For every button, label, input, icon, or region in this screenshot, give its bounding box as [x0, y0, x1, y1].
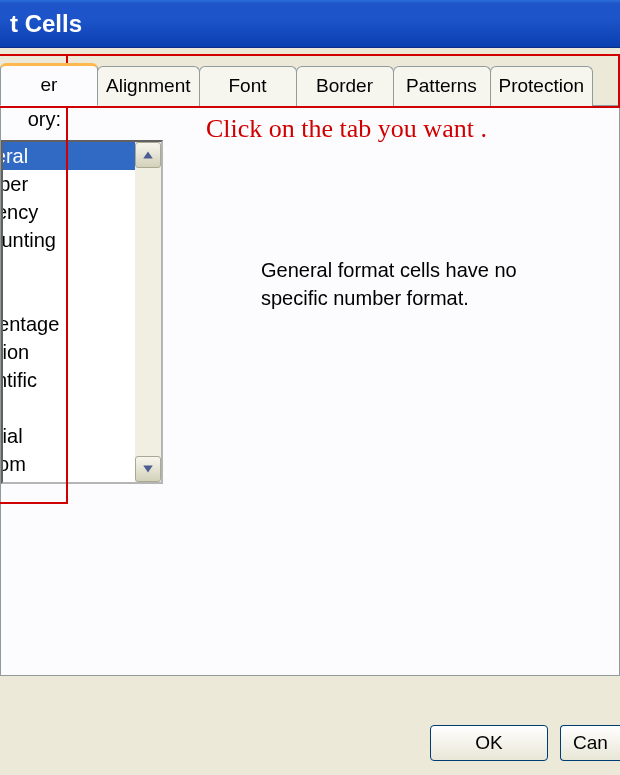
tab-font[interactable]: Font	[199, 66, 297, 106]
tab-strip: er Alignment Font Border Patterns Protec…	[0, 64, 620, 106]
dialog-footer: OK Can	[0, 711, 620, 775]
format-description: General format cells have no specific nu…	[261, 256, 581, 312]
scroll-up-icon[interactable]	[135, 142, 161, 168]
tab-border[interactable]: Border	[296, 66, 394, 106]
scroll-down-icon[interactable]	[135, 456, 161, 482]
tab-patterns[interactable]: Patterns	[393, 66, 491, 106]
category-listbox[interactable]: General Number Currency Accounting Date …	[1, 140, 163, 484]
tab-alignment[interactable]: Alignment	[97, 66, 200, 106]
tab-protection[interactable]: Protection	[490, 66, 594, 106]
cancel-button[interactable]: Can	[560, 725, 620, 761]
listbox-scrollbar[interactable]	[135, 142, 161, 482]
window-title: t Cells	[10, 10, 82, 37]
ok-button[interactable]: OK	[430, 725, 548, 761]
titlebar: t Cells	[0, 0, 620, 48]
tab-number[interactable]: er	[0, 63, 98, 106]
annotation-text: Click on the tab you want .	[206, 114, 487, 144]
category-label: ory:	[1, 108, 61, 131]
number-panel: ory: General Number Currency Accounting …	[0, 106, 620, 676]
